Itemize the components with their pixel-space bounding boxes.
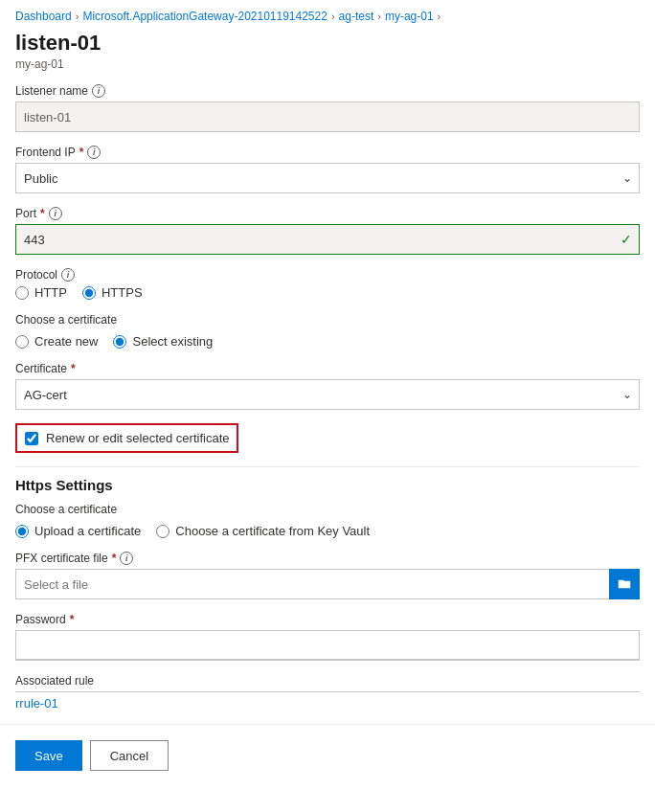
breadcrumb-my-ag-01[interactable]: my-ag-01 bbox=[385, 10, 434, 23]
breadcrumb-sep-3: › bbox=[377, 11, 381, 22]
port-input[interactable] bbox=[15, 224, 640, 255]
select-existing-label: Select existing bbox=[132, 334, 213, 349]
select-existing-radio[interactable] bbox=[113, 335, 126, 349]
save-button[interactable]: Save bbox=[15, 740, 82, 771]
renew-edit-label: Renew or edit selected certificate bbox=[46, 431, 229, 445]
create-new-radio[interactable] bbox=[15, 335, 29, 349]
port-info-icon[interactable]: i bbox=[49, 207, 62, 220]
breadcrumb-sep-1: › bbox=[76, 11, 79, 22]
breadcrumb: Dashboard › Microsoft.ApplicationGateway… bbox=[0, 0, 655, 29]
frontend-ip-group: Frontend IP * i Public Private ⌄ bbox=[15, 146, 640, 193]
key-vault-label: Choose a certificate from Key Vault bbox=[175, 524, 370, 538]
select-existing-item[interactable]: Select existing bbox=[113, 334, 213, 349]
pfx-file-wrapper bbox=[15, 569, 640, 599]
frontend-ip-wrapper: Public Private ⌄ bbox=[15, 163, 640, 193]
breadcrumb-ag-test[interactable]: ag-test bbox=[339, 10, 374, 23]
associated-rule-link[interactable]: rrule-01 bbox=[15, 696, 58, 710]
pfx-group: PFX certificate file * i bbox=[15, 552, 640, 599]
form-container: Listener name i Frontend IP * i Public P… bbox=[0, 84, 655, 710]
breadcrumb-sep-2: › bbox=[331, 11, 335, 22]
password-label: Password * bbox=[15, 613, 640, 626]
listener-name-input bbox=[15, 102, 640, 132]
pfx-browse-button[interactable] bbox=[609, 569, 640, 599]
certificate-select[interactable]: AG-cert bbox=[15, 379, 640, 410]
frontend-ip-label: Frontend IP * i bbox=[15, 146, 640, 159]
protocol-http-radio[interactable] bbox=[15, 286, 29, 300]
protocol-http-label: HTTP bbox=[34, 285, 67, 300]
pfx-info-icon[interactable]: i bbox=[120, 552, 133, 565]
https-cert-radio-group: Upload a certificate Choose a certificat… bbox=[15, 524, 640, 538]
password-input[interactable] bbox=[15, 630, 640, 661]
protocol-info-icon[interactable]: i bbox=[61, 268, 75, 282]
upload-cert-label: Upload a certificate bbox=[34, 524, 141, 538]
https-settings-title: Https Settings bbox=[15, 477, 640, 493]
protocol-http-item[interactable]: HTTP bbox=[15, 285, 67, 300]
create-new-label: Create new bbox=[34, 334, 98, 349]
pfx-label: PFX certificate file * i bbox=[15, 552, 640, 565]
choose-cert-group: Choose a certificate Create new Select e… bbox=[15, 313, 640, 349]
renew-edit-group: Renew or edit selected certificate bbox=[15, 423, 640, 453]
footer-actions: Save Cancel bbox=[0, 724, 655, 786]
protocol-https-item[interactable]: HTTPS bbox=[82, 285, 143, 300]
https-choose-cert-label: Choose a certificate bbox=[15, 503, 640, 516]
port-label: Port * i bbox=[15, 207, 640, 220]
choose-cert-radio-group: Create new Select existing bbox=[15, 334, 640, 349]
choose-cert-label: Choose a certificate bbox=[15, 313, 640, 327]
port-wrapper: ✓ bbox=[15, 224, 640, 255]
associated-rule-group: Associated rule rrule-01 bbox=[15, 674, 640, 710]
protocol-label: Protocol i bbox=[15, 268, 640, 282]
protocol-https-label: HTTPS bbox=[102, 285, 143, 300]
renew-edit-checkbox-item[interactable]: Renew or edit selected certificate bbox=[15, 423, 238, 453]
listener-name-group: Listener name i bbox=[15, 84, 640, 132]
upload-cert-item[interactable]: Upload a certificate bbox=[15, 524, 141, 538]
protocol-radio-group: HTTP HTTPS bbox=[15, 285, 640, 300]
certificate-group: Certificate * AG-cert ⌄ bbox=[15, 362, 640, 410]
port-group: Port * i ✓ bbox=[15, 207, 640, 255]
https-settings-group: Https Settings Choose a certificate Uplo… bbox=[15, 477, 640, 538]
page-title: listen-01 bbox=[0, 29, 655, 57]
listener-name-info-icon[interactable]: i bbox=[92, 84, 105, 98]
divider-1 bbox=[15, 466, 640, 467]
page-subtitle: my-ag-01 bbox=[0, 57, 655, 84]
cancel-button[interactable]: Cancel bbox=[90, 740, 169, 771]
create-new-item[interactable]: Create new bbox=[15, 334, 98, 349]
breadcrumb-dashboard[interactable]: Dashboard bbox=[15, 10, 72, 23]
password-group: Password * bbox=[15, 613, 640, 661]
renew-edit-checkbox[interactable] bbox=[25, 432, 38, 445]
associated-rule-label: Associated rule bbox=[15, 674, 640, 688]
key-vault-item[interactable]: Choose a certificate from Key Vault bbox=[156, 524, 370, 538]
certificate-wrapper: AG-cert ⌄ bbox=[15, 379, 640, 410]
frontend-ip-info-icon[interactable]: i bbox=[87, 146, 101, 159]
breadcrumb-sep-4: › bbox=[438, 11, 441, 22]
protocol-https-radio[interactable] bbox=[82, 286, 96, 300]
frontend-ip-select[interactable]: Public Private bbox=[15, 163, 640, 193]
upload-cert-radio[interactable] bbox=[15, 525, 29, 538]
rule-divider bbox=[15, 691, 640, 692]
breadcrumb-gateway[interactable]: Microsoft.ApplicationGateway-20210119142… bbox=[82, 10, 328, 23]
pfx-file-input[interactable] bbox=[15, 569, 609, 599]
listener-name-label: Listener name i bbox=[15, 84, 640, 98]
folder-icon bbox=[618, 577, 631, 591]
certificate-label: Certificate * bbox=[15, 362, 640, 375]
key-vault-radio[interactable] bbox=[156, 525, 169, 538]
protocol-group: Protocol i HTTP HTTPS bbox=[15, 268, 640, 300]
